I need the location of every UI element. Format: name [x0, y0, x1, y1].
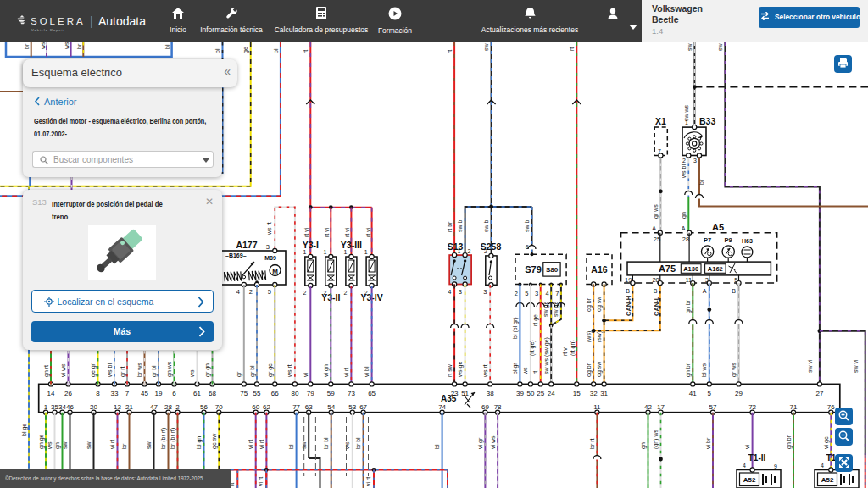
svg-text:27: 27	[815, 390, 823, 397]
svg-text:B33: B33	[699, 116, 715, 126]
svg-text:rt vi: rt vi	[303, 227, 309, 237]
svg-text:ws: ws	[64, 42, 70, 50]
svg-text:ws bl: ws bl	[681, 164, 687, 179]
svg-text:gn: gn	[681, 212, 687, 219]
svg-text:42: 42	[644, 403, 652, 411]
svg-text:61: 61	[193, 390, 201, 397]
svg-text:1: 1	[364, 249, 368, 255]
svg-text:3: 3	[266, 243, 270, 251]
svg-text:gn: gn	[54, 442, 61, 449]
svg-text:sw: sw	[717, 43, 723, 52]
svg-text:bl: bl	[273, 48, 279, 53]
svg-text:gn br: gn br	[685, 299, 692, 313]
svg-text:br (br rt): br (br rt)	[160, 428, 167, 449]
svg-text:br: br	[121, 443, 127, 449]
svg-text:ge sw: ge sw	[211, 433, 218, 449]
svg-text:77: 77	[292, 403, 300, 411]
svg-text:sw ge: sw ge	[553, 302, 559, 317]
svg-text:70: 70	[215, 403, 223, 411]
svg-text:A130: A130	[683, 265, 698, 273]
svg-text:bl: bl	[214, 48, 220, 53]
svg-text:vi ws: vi ws	[60, 363, 66, 377]
svg-text:vi rt: vi rt	[109, 440, 115, 449]
svg-text:X1: X1	[655, 116, 666, 126]
svg-text:br: br	[698, 179, 704, 185]
svg-text:rt ge: rt ge	[532, 314, 539, 326]
svg-text:rt: rt	[303, 50, 309, 53]
svg-text:2: 2	[175, 403, 180, 411]
svg-text:rt br: rt br	[447, 221, 453, 232]
svg-text:bl: bl	[434, 444, 440, 449]
svg-text:vi rt: vi rt	[259, 440, 264, 449]
svg-text:2: 2	[468, 248, 471, 254]
svg-text:vi rt: vi rt	[258, 477, 264, 486]
svg-text:20: 20	[90, 403, 97, 411]
svg-text:gr: gr	[236, 371, 242, 377]
svg-text:29: 29	[735, 390, 743, 397]
svg-text:A: A	[703, 288, 707, 294]
svg-text:B: B	[654, 288, 658, 294]
svg-text:4: 4	[448, 288, 451, 296]
svg-text:6: 6	[526, 243, 529, 251]
svg-text:bl: bl	[288, 444, 294, 449]
svg-text:A75: A75	[659, 263, 676, 274]
svg-text:(rt gn): (rt gn)	[570, 340, 576, 356]
svg-text:ws bl: ws bl	[107, 363, 113, 378]
svg-text:A162: A162	[708, 265, 723, 273]
svg-text:gr bl: gr bl	[151, 365, 158, 377]
svg-text:rt vi: rt vi	[344, 227, 350, 237]
svg-text:19: 19	[155, 390, 163, 397]
svg-text:br bl: br bl	[355, 437, 361, 449]
svg-text:25: 25	[537, 390, 544, 397]
svg-text:vi: vi	[303, 373, 309, 378]
svg-text:7: 7	[125, 390, 130, 397]
svg-text:28: 28	[164, 403, 172, 411]
svg-text:2: 2	[515, 290, 518, 297]
svg-text:A177: A177	[236, 240, 257, 250]
svg-text:gn br: gn br	[786, 435, 793, 449]
svg-text:CAN-H: CAN-H	[625, 296, 632, 316]
svg-text:2: 2	[303, 290, 306, 296]
svg-text:47: 47	[150, 403, 158, 411]
svg-text:rt vi: rt vi	[562, 346, 568, 356]
svg-text:15: 15	[573, 390, 581, 397]
svg-text:2: 2	[682, 158, 686, 164]
svg-text:vi ge: vi ge	[823, 436, 830, 449]
svg-text:Y3-III: Y3-III	[341, 240, 362, 250]
svg-text:46: 46	[66, 403, 74, 411]
svg-text:72: 72	[748, 403, 756, 411]
svg-text:(rt ge): (rt ge)	[529, 340, 536, 356]
svg-text:(gn) ws: (gn) ws	[653, 430, 659, 449]
svg-text:–B169–: –B169–	[225, 252, 247, 258]
svg-text:gn ge: gn ge	[38, 434, 45, 449]
svg-text:bl: bl	[164, 44, 170, 49]
svg-text:76: 76	[827, 403, 835, 411]
svg-text:br bl: br bl	[323, 437, 329, 449]
svg-text:33: 33	[111, 390, 119, 397]
svg-text:4: 4	[743, 463, 746, 469]
svg-text:57: 57	[709, 403, 717, 411]
svg-text:B: B	[732, 288, 736, 294]
svg-text:vi rt: vi rt	[343, 368, 349, 377]
svg-text:71: 71	[790, 403, 798, 411]
svg-text:66: 66	[271, 390, 279, 397]
svg-text:ws: ws	[522, 367, 528, 375]
svg-text:sw: sw	[687, 43, 693, 52]
svg-text:vi rt: vi rt	[365, 477, 371, 486]
svg-text:rt: rt	[569, 47, 575, 51]
svg-text:rt: rt	[447, 50, 453, 53]
svg-text:31: 31	[600, 390, 608, 397]
svg-text:39: 39	[516, 390, 524, 397]
svg-text:vi ws: vi ws	[490, 435, 496, 449]
svg-text:45: 45	[141, 390, 148, 397]
svg-text:vi: vi	[744, 445, 750, 450]
svg-text:ws: ws	[189, 369, 195, 378]
svg-text:38: 38	[487, 390, 494, 397]
svg-text:3: 3	[459, 288, 462, 296]
svg-text:24: 24	[548, 390, 555, 397]
svg-text:sw bl: sw bl	[457, 219, 463, 232]
svg-text:vi rt: vi rt	[248, 440, 253, 449]
svg-text:vi gr: vi gr	[477, 437, 484, 449]
svg-text:sw ge: sw ge	[542, 302, 549, 317]
svg-text:ws rt: ws rt	[287, 364, 292, 378]
